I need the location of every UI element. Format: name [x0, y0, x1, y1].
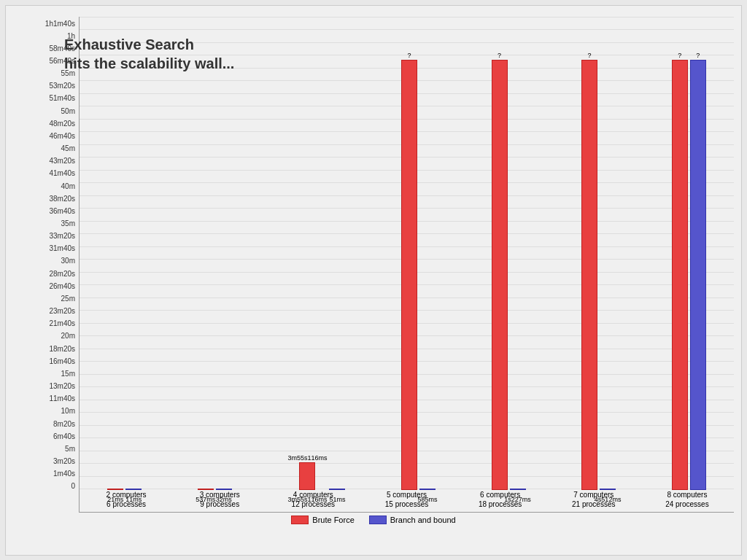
- y-tick: 11m40s: [49, 395, 75, 402]
- bar-group: 537ms32ms: [198, 17, 232, 490]
- y-tick: 0: [71, 483, 75, 490]
- y-tick: 10m: [61, 408, 75, 415]
- x-axis-label: 8 computers24 processes: [651, 490, 724, 509]
- branch-bar-rect: [690, 60, 706, 490]
- y-tick: 28m20s: [49, 271, 75, 278]
- y-tick: 1m40s: [53, 470, 75, 478]
- y-axis: 1h1m40s1h58m40s56m40s55m53m20s51m40s50m4…: [28, 17, 79, 513]
- y-tick: 40m: [61, 183, 75, 190]
- x-axis-label: 7 computers21 processes: [557, 490, 630, 509]
- bar-group-inner: 3m55s116ms3m55s116ms51ms: [287, 17, 345, 490]
- bar-top-label: ?: [407, 52, 411, 59]
- y-tick: 23m20s: [49, 308, 75, 315]
- bar-group: ?585ms: [401, 17, 436, 490]
- bar-group: ?4s512ms: [581, 17, 616, 490]
- brute-force-bar: ?: [492, 52, 508, 490]
- brute-force-legend-label: Brute Force: [312, 516, 354, 524]
- y-tick: 1h1m40s: [45, 20, 75, 28]
- y-tick: 41m40s: [49, 170, 75, 177]
- y-tick: 5m: [65, 446, 75, 453]
- bar-top-label: 3m55s116ms: [287, 454, 327, 462]
- y-tick: 36m40s: [49, 208, 75, 215]
- brute-bar-rect: [672, 60, 688, 490]
- bar-group-inner: ?1s227ms: [492, 17, 526, 490]
- legend: Brute ForceBranch and bound: [13, 516, 734, 524]
- y-tick: 16m40s: [49, 358, 75, 365]
- annotation: Exhaustive Searchhits the scalability wa…: [64, 35, 234, 73]
- bar-top-label: ?: [498, 52, 501, 59]
- y-tick: 43m20s: [49, 158, 75, 165]
- bar-group: 21ms11ms: [107, 17, 142, 490]
- y-tick: 26m40s: [49, 283, 75, 290]
- x-axis-label: 4 computers12 processes: [276, 490, 349, 509]
- y-tick: 20m: [61, 332, 75, 340]
- y-axis-label: [13, 17, 28, 513]
- y-tick: 33m20s: [49, 233, 75, 240]
- x-axis-label: 2 computers6 processes: [90, 490, 163, 509]
- y-tick: 18m20s: [49, 346, 75, 353]
- y-tick: 3m20s: [53, 458, 75, 465]
- x-axis-area: 2 computers6 processes3 computers9 proce…: [80, 490, 734, 512]
- y-tick: 51m40s: [49, 95, 75, 102]
- brute-force-bar: 3m55s116ms3m55s116ms: [287, 454, 327, 489]
- bars-area: 21ms11ms537ms32ms3m55s116ms3m55s116ms51m…: [80, 17, 734, 490]
- y-tick: 46m40s: [49, 133, 75, 140]
- y-tick: 31m40s: [49, 245, 75, 252]
- brute-bar-rect: [401, 60, 417, 490]
- bar-top-label: ?: [696, 52, 700, 59]
- y-tick: 38m20s: [49, 195, 75, 203]
- branch-bound-bar: ?: [690, 52, 706, 490]
- y-tick: 48m20s: [49, 120, 75, 128]
- legend-item: Brute Force: [291, 516, 354, 524]
- x-axis-label: 3 computers9 processes: [183, 490, 256, 509]
- branch-bound-legend-label: Branch and bound: [390, 516, 456, 524]
- x-axis-label: 5 computers15 processes: [370, 490, 443, 509]
- brute-force-legend-swatch: [291, 516, 309, 524]
- y-tick: 13m20s: [49, 383, 75, 390]
- y-tick: 30m: [61, 257, 75, 265]
- brute-bar-rect: [299, 462, 315, 489]
- x-axis-label: 6 computers18 processes: [464, 490, 537, 509]
- bar-group-inner: ?4s512ms: [581, 17, 616, 490]
- bar-group-inner: ?585ms: [401, 17, 436, 490]
- y-tick: 50m: [61, 108, 75, 115]
- brute-force-bar: ?: [401, 52, 417, 490]
- brute-bar-rect: [581, 60, 597, 490]
- legend-item: Branch and bound: [369, 516, 456, 524]
- y-tick: 21m40s: [49, 320, 75, 327]
- y-tick: 25m: [61, 295, 75, 303]
- chart-area: 1h1m40s1h58m40s56m40s55m53m20s51m40s50m4…: [13, 17, 734, 513]
- brute-bar-rect: [492, 60, 508, 490]
- chart-container: 1h1m40s1h58m40s56m40s55m53m20s51m40s50m4…: [5, 5, 742, 556]
- y-tick: 8m20s: [53, 421, 75, 428]
- bar-group-inner: 21ms11ms: [107, 17, 142, 490]
- y-tick: 6m40s: [53, 433, 75, 440]
- plot-area: 21ms11ms537ms32ms3m55s116ms3m55s116ms51m…: [79, 17, 734, 513]
- y-tick: 45m: [61, 145, 75, 152]
- bar-group: 3m55s116ms3m55s116ms51ms: [287, 17, 345, 490]
- bar-top-label: ?: [678, 52, 681, 59]
- bar-group: ?1s227ms: [492, 17, 526, 490]
- y-tick: 35m: [61, 220, 75, 228]
- bar-group-inner: 537ms32ms: [198, 17, 232, 490]
- bar-group: ??: [672, 17, 706, 490]
- brute-force-bar: ?: [672, 52, 688, 490]
- y-tick: 15m: [61, 370, 75, 378]
- y-tick: 53m20s: [49, 82, 75, 90]
- bar-group-inner: ??: [672, 17, 706, 490]
- bar-top-label: ?: [588, 52, 592, 59]
- branch-bound-legend-swatch: [369, 516, 387, 524]
- brute-force-bar: ?: [581, 52, 597, 490]
